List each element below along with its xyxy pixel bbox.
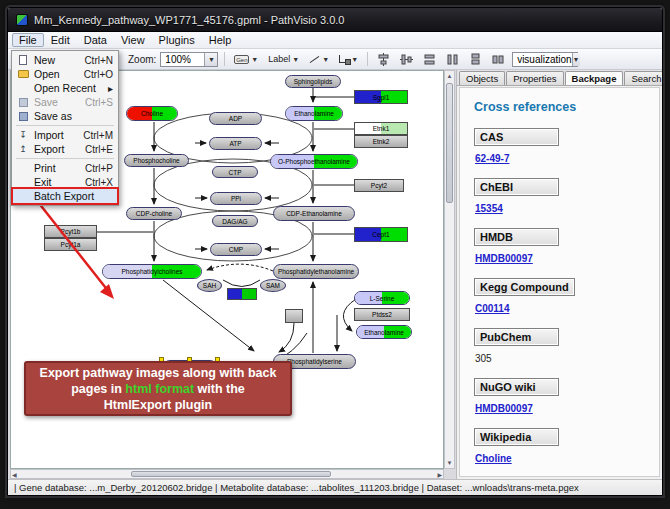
pathway-node-etnk1[interactable]: Etnk1 bbox=[354, 122, 408, 135]
pathway-node-ctp[interactable]: CTP bbox=[212, 166, 258, 178]
pathway-node[interactable] bbox=[285, 309, 303, 323]
scroll-down-icon[interactable]: ▼ bbox=[445, 459, 454, 467]
pathway-node-ethanolamine[interactable]: Ethanolamine bbox=[356, 325, 412, 339]
pathway-node-cdp-ethanolamine[interactable]: CDP-Ethanolamine bbox=[273, 206, 355, 221]
pathway-node-o-phosphoethanolamine[interactable]: O-Phosphoethanolamine bbox=[270, 154, 358, 169]
file-menu-item-batch-export[interactable]: Batch Export bbox=[13, 189, 117, 203]
menubar-item-view[interactable]: View bbox=[114, 33, 152, 47]
file-menu-item-print[interactable]: PrintCtrl+P bbox=[13, 161, 117, 175]
scroll-left-icon[interactable]: ◀ bbox=[12, 471, 17, 479]
scroll-right-icon[interactable]: ▶ bbox=[437, 471, 442, 479]
pathway-node-phosphatidylethanolamine[interactable]: Phosphatidylethanolamine bbox=[273, 264, 359, 279]
file-menu-item-new[interactable]: NewCtrl+N bbox=[13, 53, 117, 67]
align-center-button[interactable] bbox=[374, 51, 393, 68]
canvas-horizontal-scrollbar[interactable]: ◀ ▶ bbox=[10, 469, 444, 479]
pathway-node-pcyt1b[interactable]: Pcyt1b bbox=[44, 225, 97, 238]
chevron-down-icon[interactable]: ▼ bbox=[204, 53, 217, 66]
xref-link[interactable]: 15354 bbox=[475, 203, 659, 214]
file-menu-item-save-as[interactable]: Save as bbox=[13, 109, 117, 123]
new-connector-button[interactable]: ▼ bbox=[336, 51, 361, 68]
gene-chip-icon: Gen bbox=[234, 55, 249, 64]
pathway-node-ethanolamine[interactable]: Ethanolamine bbox=[285, 106, 343, 121]
pathway-node-cept1[interactable]: Cept1 bbox=[354, 227, 408, 242]
tab-backpage[interactable]: Backpage bbox=[565, 71, 624, 85]
pathway-node-phosphocholine[interactable]: Phosphocholine bbox=[124, 154, 189, 167]
node-label: CTP bbox=[213, 167, 257, 177]
pathway-node[interactable] bbox=[227, 288, 257, 300]
pathway-node-dag-ag[interactable]: DAG/AG bbox=[212, 215, 258, 227]
menubar-item-plugins[interactable]: Plugins bbox=[152, 33, 202, 47]
file-menu-item-exit[interactable]: ExitCtrl+X bbox=[13, 175, 117, 189]
xref-link[interactable]: Choline bbox=[475, 453, 659, 464]
new-line-button[interactable]: ▼ bbox=[306, 51, 332, 68]
new-label-button[interactable]: Label ▼ bbox=[265, 51, 302, 68]
chevron-down-icon[interactable]: ▼ bbox=[572, 53, 580, 66]
file-menu-item-open[interactable]: OpenCtrl+O bbox=[13, 67, 117, 81]
file-menu-item-export[interactable]: ↥ExportCtrl+E bbox=[13, 142, 117, 156]
pathway-node-pcyt2[interactable]: Pcyt2 bbox=[354, 179, 404, 192]
chevron-down-icon[interactable]: ▼ bbox=[322, 56, 329, 63]
canvas-vertical-scrollbar[interactable]: ▲ ▼ bbox=[444, 70, 455, 469]
file-menu-item-import[interactable]: ↧ImportCtrl+M bbox=[13, 128, 117, 142]
menu-icon-spacer bbox=[16, 177, 30, 188]
pathway-node-ptdss2[interactable]: Ptdss2 bbox=[354, 308, 410, 321]
xref-link[interactable]: HMDB00097 bbox=[475, 253, 659, 264]
status-bar: | Gene database: ...m_Derby_20120602.bri… bbox=[8, 479, 662, 495]
title-bar[interactable]: Mm_Kennedy_pathway_WP1771_45176.gpml - P… bbox=[8, 8, 662, 32]
vscroll-thumb[interactable] bbox=[446, 83, 453, 203]
node-label: Ethanolamine bbox=[357, 326, 411, 338]
pathway-node-choline[interactable]: Choline bbox=[126, 106, 178, 121]
chevron-down-icon[interactable]: ▼ bbox=[351, 56, 358, 63]
xref-link[interactable]: HMDB00097 bbox=[475, 403, 659, 414]
stack-horizontal-button[interactable] bbox=[489, 51, 508, 68]
new-gene-button[interactable]: Gen ▼ bbox=[231, 51, 261, 68]
node-label: ATP bbox=[210, 138, 261, 149]
backpage-panel[interactable]: Cross references CAS62-49-7ChEBI15354HMD… bbox=[459, 87, 660, 477]
pathway-node-ppi[interactable]: PPi bbox=[210, 192, 262, 205]
common-height-button[interactable] bbox=[443, 51, 462, 68]
pathway-node-cmp[interactable]: CMP bbox=[210, 243, 262, 256]
pathway-node-sam[interactable]: SAM bbox=[260, 279, 286, 292]
scroll-up-icon[interactable]: ▲ bbox=[445, 72, 454, 80]
menubar-item-file[interactable]: File bbox=[12, 33, 44, 47]
pathway-node-adp[interactable]: ADP bbox=[209, 112, 262, 125]
cross-references-heading: Cross references bbox=[474, 100, 659, 114]
pathway-node-pcyt1a[interactable]: Pcyt1a bbox=[44, 238, 97, 251]
pathway-node-atp[interactable]: ATP bbox=[209, 137, 262, 150]
visualization-combobox[interactable]: visualization ▼ bbox=[512, 52, 578, 67]
toolbar-separator bbox=[224, 52, 225, 66]
chevron-down-icon[interactable]: ▼ bbox=[292, 56, 299, 63]
save-icon bbox=[19, 98, 28, 107]
pathway-node-sphingolipids[interactable]: Sphingolipids bbox=[285, 75, 341, 88]
menu-icon-spacer bbox=[16, 191, 30, 202]
pathway-node-etnk2[interactable]: Etnk2 bbox=[354, 135, 408, 148]
stack-vertical-button[interactable] bbox=[466, 51, 485, 68]
pathway-node-l-serine[interactable]: L-Serine bbox=[354, 291, 410, 305]
file-menu-item-open-recent[interactable]: Open Recent▸ bbox=[13, 81, 117, 95]
menu-shortcut: Ctrl+X bbox=[85, 177, 113, 188]
tab-search[interactable]: Search bbox=[624, 71, 663, 85]
zoom-combobox[interactable]: 100% ▼ bbox=[160, 52, 218, 67]
menu-shortcut: Ctrl+N bbox=[84, 55, 113, 66]
hscroll-thumb[interactable] bbox=[131, 471, 331, 477]
new-file-icon bbox=[16, 55, 30, 66]
menubar-item-help[interactable]: Help bbox=[202, 33, 239, 47]
pathway-node-sah[interactable]: SAH bbox=[197, 279, 222, 292]
node-label: Pcyt1a bbox=[45, 239, 96, 250]
pathway-node-sgpl1[interactable]: Sgpl1 bbox=[354, 90, 408, 104]
menubar-item-edit[interactable]: Edit bbox=[44, 33, 77, 47]
app-icon bbox=[16, 14, 28, 26]
menubar-item-data[interactable]: Data bbox=[77, 33, 114, 47]
pathway-node-phosphatidylcholines[interactable]: Phosphatidylcholines bbox=[102, 264, 202, 279]
tab-objects[interactable]: Objects bbox=[459, 71, 505, 85]
xref-link[interactable]: 62-49-7 bbox=[475, 153, 659, 164]
tab-properties[interactable]: Properties bbox=[506, 71, 563, 85]
xref-header: PubChem bbox=[474, 328, 559, 346]
pathway-node-cdp-choline[interactable]: CDP-choline bbox=[126, 207, 182, 220]
common-width-button[interactable] bbox=[420, 51, 439, 68]
annotation-line2-post: with the bbox=[194, 382, 245, 396]
xref-link[interactable]: C00114 bbox=[475, 303, 659, 314]
align-middle-button[interactable] bbox=[397, 51, 416, 68]
chevron-down-icon[interactable]: ▼ bbox=[251, 56, 258, 63]
file-menu-item-save[interactable]: SaveCtrl+S bbox=[13, 95, 117, 109]
